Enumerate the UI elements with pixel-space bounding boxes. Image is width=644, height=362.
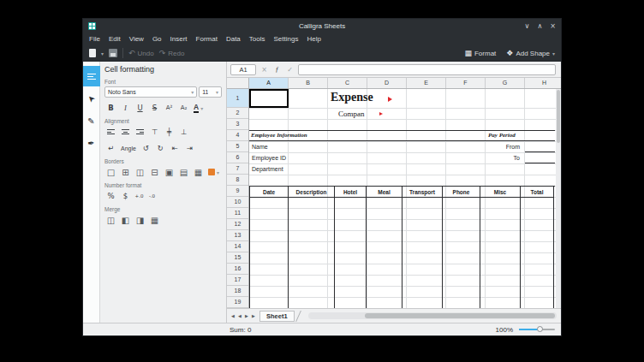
cancel-icon[interactable]: × [259,66,269,74]
align-center-button[interactable] [119,126,132,138]
save-icon[interactable] [109,49,117,57]
new-document-icon[interactable] [89,49,96,57]
percent-format-button[interactable]: % [104,190,117,202]
row-header[interactable]: 6 [227,152,248,163]
menu-item-settings[interactable]: Settings [270,33,303,45]
tab-calligraphy-tool[interactable]: ✒ [83,133,100,153]
row-header[interactable]: 16 [227,264,248,275]
valign-top-button[interactable]: ⊤ [148,126,161,138]
menu-item-tools[interactable]: Tools [245,33,270,45]
tab-cell-format-tool[interactable] [83,66,100,86]
align-left-button[interactable] [104,126,117,138]
column-header-a[interactable]: A [249,78,289,88]
select-all-corner[interactable] [227,78,249,88]
function-icon[interactable]: ƒ [272,66,282,74]
increase-indent-button[interactable]: ⇥ [183,142,196,154]
currency-format-button[interactable]: $ [119,190,132,202]
column-header-h[interactable]: H [525,78,561,88]
maximize-icon[interactable]: ∧ [537,19,542,33]
subscript-button[interactable]: A₂ [177,102,190,114]
row-header[interactable]: 7 [227,163,248,175]
titlebar[interactable]: Calligra Sheets ∨ ∧ × [83,19,561,33]
column-header-b[interactable]: B [289,78,328,88]
align-right-button[interactable] [134,126,146,138]
row-header[interactable]: 13 [227,230,248,241]
menu-item-edit[interactable]: Edit [104,33,125,45]
font-color-button[interactable]: A ▾ [192,102,205,114]
underline-button[interactable]: U [134,102,146,114]
redo-button[interactable]: ↷ Redo [159,49,185,57]
border-color-button[interactable]: ▾ [206,166,221,178]
column-header-f[interactable]: F [446,78,486,88]
superscript-button[interactable]: A² [163,102,176,114]
sheet-canvas[interactable]: Expense Compan Employee Information Pay … [249,89,556,308]
rotate-cw-button[interactable]: ↻ [154,142,167,154]
menu-item-data[interactable]: Data [222,33,245,45]
merge-cells-button[interactable]: ◫ [104,214,117,226]
strikethrough-button[interactable]: S [148,102,161,114]
wrap-text-button[interactable]: ↵ [104,142,117,154]
menu-item-help[interactable]: Help [302,33,325,45]
row-header[interactable]: 19 [227,297,248,308]
row-header[interactable]: 2 [227,108,248,119]
row-header[interactable]: 15 [227,252,248,264]
merge-horizontal-button[interactable]: ◧ [119,214,132,226]
column-header-e[interactable]: E [407,78,446,88]
next-sheet-icon[interactable]: ▶ [243,313,250,318]
row-header[interactable]: 12 [227,219,248,230]
column-header-g[interactable]: G [486,78,525,88]
menu-item-insert[interactable]: Insert [166,33,192,45]
horizontal-scrollbar[interactable] [308,312,557,319]
row-header[interactable]: 11 [227,208,248,219]
vertical-scrollbar-thumb[interactable] [557,90,560,143]
tab-pencil-tool[interactable]: ✎ [83,110,100,131]
font-size-combobox[interactable]: 11 ▾ [199,86,222,98]
row-header[interactable]: 3 [227,119,248,130]
border-outline-button[interactable]: ▣ [163,166,176,178]
border-grid-button[interactable]: ▦ [192,166,205,178]
decrease-indent-button[interactable]: ⇤ [169,142,182,154]
border-horizontal-button[interactable]: ⊟ [148,166,161,178]
border-vertical-button[interactable]: ◫ [134,166,146,178]
row-header[interactable]: 18 [227,286,248,297]
row-header[interactable]: 9 [227,186,248,197]
vertical-scrollbar[interactable] [556,89,561,308]
new-document-chevron-icon[interactable]: ▾ [101,50,104,56]
merge-vertical-button[interactable]: ◨ [134,214,146,226]
column-header-d[interactable]: D [367,78,407,88]
horizontal-scrollbar-thumb[interactable] [365,313,555,318]
row-header[interactable]: 4 [227,130,248,141]
column-header-c[interactable]: C [328,78,367,88]
zoom-slider[interactable] [519,329,555,330]
valign-middle-button[interactable]: ╪ [163,126,176,138]
italic-button[interactable]: I [119,102,132,114]
bold-button[interactable]: B [104,102,117,114]
zoom-slider-handle[interactable] [537,326,543,332]
unmerge-cells-button[interactable]: ▦ [148,214,161,226]
rotate-ccw-button[interactable]: ↺ [140,142,152,154]
menu-item-format[interactable]: Format [192,33,222,45]
row-header[interactable]: 8 [227,175,248,186]
row-header[interactable]: 5 [227,141,248,152]
previous-sheet-icon[interactable]: ◀ [236,313,243,318]
add-shape-button[interactable]: ❖ Add Shape ▾ [506,49,555,57]
cell-reference-box[interactable]: A1 [230,64,256,75]
minimize-icon[interactable]: ∨ [525,19,530,33]
formula-input[interactable] [298,64,556,75]
border-none-button[interactable]: □ [104,166,117,178]
border-all-button[interactable]: ⊞ [119,166,132,178]
valign-bottom-button[interactable]: ⊥ [177,126,190,138]
undo-button[interactable]: ↶ Undo [128,49,154,57]
row-header[interactable]: 17 [227,275,248,286]
border-top-bottom-button[interactable]: ▤ [177,166,190,178]
font-family-combobox[interactable]: Noto Sans ▾ [104,86,197,98]
first-sheet-icon[interactable]: ◀ [230,313,236,318]
row-header[interactable]: 1 [227,89,248,108]
sheet-tab-sheet1[interactable]: Sheet1 [259,311,295,322]
menu-item-view[interactable]: View [125,33,148,45]
close-icon[interactable]: × [550,19,556,33]
tab-shape-selection-tool[interactable]: ➤ [83,88,100,109]
format-button[interactable]: ▦ Format [464,49,496,57]
decrease-precision-button[interactable]: -.0 [146,190,158,202]
menu-item-go[interactable]: Go [148,33,166,45]
